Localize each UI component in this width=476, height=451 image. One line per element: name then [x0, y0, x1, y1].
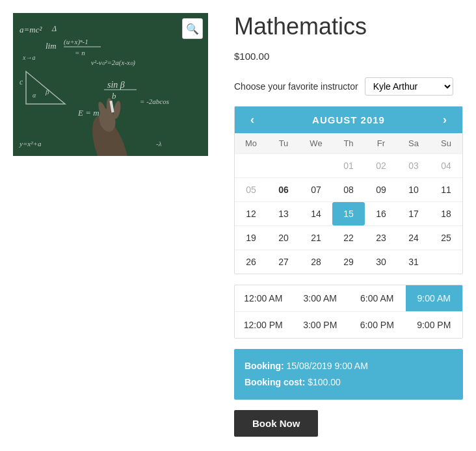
- calendar-cell-29[interactable]: 29: [332, 250, 365, 274]
- calendar-cell-30[interactable]: 30: [365, 250, 397, 274]
- calendar-cell-empty: [235, 154, 267, 177]
- calendar-cell-empty: [300, 154, 332, 177]
- cal-day-mo: Mo: [235, 133, 267, 153]
- instructor-row: Choose your favorite instructor Kyle Art…: [234, 77, 463, 96]
- cal-day-tu: Tu: [267, 133, 300, 153]
- calendar-cell-31[interactable]: 31: [397, 250, 430, 274]
- svg-text:a=mc²: a=mc²: [20, 25, 42, 34]
- svg-text:(u+x)ⁿ-1: (u+x)ⁿ-1: [64, 38, 88, 46]
- time-slot-12-00-PM[interactable]: 12:00 PM: [235, 312, 292, 338]
- calendar-cell-05[interactable]: 05: [235, 178, 267, 201]
- calendar-cell-18[interactable]: 18: [430, 202, 462, 226]
- calendar-week-3: 12131415161718: [235, 201, 462, 226]
- calendar-cell-23[interactable]: 23: [365, 226, 397, 250]
- cal-day-fr: Fr: [365, 133, 397, 153]
- calendar-week-4: 19202122232425: [235, 226, 462, 250]
- svg-text:α: α: [33, 92, 36, 99]
- time-slot-6-00-PM[interactable]: 6:00 PM: [349, 312, 406, 338]
- calendar-cell-17[interactable]: 17: [397, 202, 430, 226]
- calendar-month-year: AUGUST 2019: [312, 114, 385, 125]
- svg-text:= n: = n: [75, 49, 85, 57]
- booking-cost-label: Booking cost:: [245, 377, 305, 387]
- product-price: $100.00: [234, 51, 463, 62]
- cal-day-th: Th: [332, 133, 365, 153]
- calendar-days-header: Mo Tu We Th Fr Sa Su: [235, 133, 462, 153]
- booking-summary: Booking: 15/08/2019 9:00 AM Booking cost…: [234, 349, 463, 400]
- product-title: Mathematics: [234, 13, 463, 40]
- calendar-cell-20[interactable]: 20: [267, 226, 300, 250]
- booking-value: 15/08/2019 9:00 AM: [287, 361, 368, 371]
- calendar-cell-28[interactable]: 28: [300, 250, 332, 274]
- calendar-cell-01[interactable]: 01: [332, 154, 365, 177]
- time-slot-3-00-AM[interactable]: 3:00 AM: [292, 285, 349, 311]
- time-row-2: 12:00 PM3:00 PM6:00 PM9:00 PM: [235, 312, 462, 338]
- instructor-label: Choose your favorite instructor: [234, 81, 358, 92]
- cal-day-sa: Sa: [397, 133, 430, 153]
- calendar-cell-26[interactable]: 26: [235, 250, 267, 274]
- right-panel: Mathematics $100.00 Choose your favorite…: [234, 13, 463, 437]
- time-slot-3-00-PM[interactable]: 3:00 PM: [292, 312, 349, 338]
- calendar-cell-06[interactable]: 06: [267, 178, 300, 201]
- product-image-container: a=mc² Δ lim (u+x)ⁿ-1 = n x→a v²-v₀²=2a(x…: [13, 13, 208, 156]
- calendar-cell-empty: [430, 250, 462, 274]
- time-slot-9-00-AM[interactable]: 9:00 AM: [406, 285, 463, 311]
- calendar-cell-14[interactable]: 14: [300, 202, 332, 226]
- calendar-cell-21[interactable]: 21: [300, 226, 332, 250]
- time-slot-9-00-PM[interactable]: 9:00 PM: [406, 312, 463, 338]
- svg-text:Δ: Δ: [51, 24, 57, 33]
- cal-day-su: Su: [430, 133, 462, 153]
- time-slots-container: 12:00 AM3:00 AM6:00 AM9:00 AM12:00 PM3:0…: [234, 285, 463, 339]
- book-now-button[interactable]: Book Now: [234, 410, 318, 437]
- calendar-week-1: 01020304: [235, 153, 462, 177]
- calendar-cell-empty: [267, 154, 300, 177]
- calendar-cell-13[interactable]: 13: [267, 202, 300, 226]
- calendar-container: ‹ AUGUST 2019 › Mo Tu We Th Fr Sa Su 010…: [234, 106, 463, 274]
- calendar-cell-16[interactable]: 16: [365, 202, 397, 226]
- time-slot-12-00-AM[interactable]: 12:00 AM: [235, 285, 292, 311]
- calendar-cell-19[interactable]: 19: [235, 226, 267, 250]
- zoom-button[interactable]: 🔍: [182, 18, 203, 39]
- booking-cost-row: Booking cost: $100.00: [245, 374, 453, 391]
- time-slot-6-00-AM[interactable]: 6:00 AM: [349, 285, 406, 311]
- svg-text:E = m: E = m: [77, 108, 99, 118]
- calendar-cell-12[interactable]: 12: [235, 202, 267, 226]
- left-panel: a=mc² Δ lim (u+x)ⁿ-1 = n x→a v²-v₀²=2a(x…: [13, 13, 208, 437]
- calendar-cell-27[interactable]: 27: [267, 250, 300, 274]
- calendar-cell-25[interactable]: 25: [430, 226, 462, 250]
- calendar-cell-03[interactable]: 03: [397, 154, 430, 177]
- svg-text:-λ: -λ: [156, 140, 162, 148]
- calendar-cell-11[interactable]: 11: [430, 178, 462, 201]
- svg-text:β: β: [45, 88, 49, 96]
- svg-text:c: c: [20, 77, 23, 86]
- calendar-cell-15[interactable]: 15: [332, 202, 365, 226]
- product-image: a=mc² Δ lim (u+x)ⁿ-1 = n x→a v²-v₀²=2a(x…: [13, 13, 208, 156]
- time-row-1: 12:00 AM3:00 AM6:00 AM9:00 AM: [235, 285, 462, 312]
- booking-cost-value: $100.00: [308, 377, 341, 387]
- calendar-next-button[interactable]: ›: [438, 113, 452, 127]
- calendar-header: ‹ AUGUST 2019 ›: [235, 107, 462, 133]
- math-chalkboard-svg: a=mc² Δ lim (u+x)ⁿ-1 = n x→a v²-v₀²=2a(x…: [13, 13, 208, 156]
- zoom-icon: 🔍: [186, 23, 199, 35]
- svg-text:sin β: sin β: [107, 80, 125, 90]
- svg-text:lim: lim: [46, 41, 57, 51]
- svg-text:= -2abcos: = -2abcos: [140, 97, 169, 105]
- calendar-cell-08[interactable]: 08: [332, 178, 365, 201]
- instructor-select[interactable]: Kyle Arthur Other Instructor: [365, 77, 453, 96]
- svg-text:v²-v₀²=2a(x-x₀): v²-v₀²=2a(x-x₀): [91, 58, 135, 67]
- calendar-cell-04[interactable]: 04: [430, 154, 462, 177]
- svg-text:b: b: [112, 91, 116, 101]
- calendar-grid: Mo Tu We Th Fr Sa Su 0102030405060708091…: [235, 133, 462, 274]
- main-container: a=mc² Δ lim (u+x)ⁿ-1 = n x→a v²-v₀²=2a(x…: [13, 13, 463, 437]
- calendar-prev-button[interactable]: ‹: [245, 113, 259, 127]
- calendar-cell-24[interactable]: 24: [397, 226, 430, 250]
- calendar-cell-22[interactable]: 22: [332, 226, 365, 250]
- booking-date-row: Booking: 15/08/2019 9:00 AM: [245, 358, 453, 374]
- calendar-week-5: 262728293031: [235, 250, 462, 274]
- calendar-cell-10[interactable]: 10: [397, 178, 430, 201]
- calendar-week-2: 05060708091011: [235, 177, 462, 201]
- calendar-cell-09[interactable]: 09: [365, 178, 397, 201]
- calendar-cell-02[interactable]: 02: [365, 154, 397, 177]
- svg-text:x→a: x→a: [22, 54, 35, 61]
- calendar-cell-07[interactable]: 07: [300, 178, 332, 201]
- svg-text:y=x²+a: y=x²+a: [19, 140, 42, 148]
